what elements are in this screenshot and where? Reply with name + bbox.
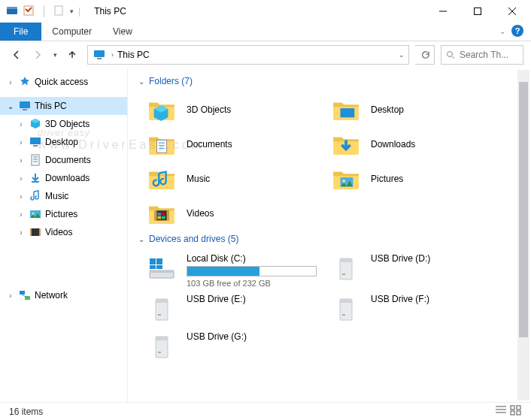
drive-local-disk-c-[interactable]: Local Disk (C:)103 GB free of 232 GB — [143, 250, 327, 291]
folder-videos[interactable]: Videos — [143, 196, 327, 231]
folder-3d-objects[interactable]: 3D Objects — [143, 92, 327, 127]
folder-documents[interactable]: Documents — [143, 127, 327, 162]
chevron-right-icon[interactable]: › — [17, 156, 26, 165]
chevron-down-icon[interactable]: ⌄ — [138, 77, 144, 86]
sidebar-item-pictures[interactable]: ›Pictures — [0, 205, 127, 223]
scrollbar-thumb[interactable] — [519, 82, 528, 337]
svg-rect-44 — [150, 270, 174, 273]
group-header-label: Folders (7) — [149, 76, 193, 86]
sidebar-label: This PC — [35, 101, 67, 111]
titlebar: ▾ | This PC — [0, 0, 531, 23]
svg-point-22 — [32, 213, 35, 215]
svg-rect-60 — [158, 352, 161, 353]
chevron-right-icon[interactable]: › — [17, 228, 26, 237]
recent-dropdown[interactable]: ▾ — [50, 46, 60, 64]
view-details-icon[interactable] — [495, 405, 507, 418]
folder-downloads[interactable]: Downloads — [327, 127, 511, 162]
sidebar-label: Downloads — [45, 173, 90, 183]
svg-rect-40 — [162, 213, 165, 216]
svg-rect-42 — [162, 216, 165, 219]
folder-label: Desktop — [371, 104, 404, 115]
folder-icon — [330, 128, 362, 160]
minimize-button[interactable] — [426, 0, 460, 23]
refresh-button[interactable] — [415, 45, 435, 65]
folder-label: Music — [187, 174, 210, 184]
qat-separator — [44, 5, 44, 17]
new-folder-icon[interactable] — [53, 5, 65, 19]
sidebar-label: Music — [45, 191, 68, 201]
drive-label: USB Drive (E:) — [187, 294, 317, 304]
chevron-right-icon[interactable]: › — [6, 292, 15, 300]
drive-label: USB Drive (D:) — [371, 253, 501, 264]
svg-rect-5 — [475, 8, 481, 15]
search-placeholder: Search Th... — [460, 50, 508, 60]
sidebar-item-documents[interactable]: ›Documents — [0, 151, 127, 169]
chevron-right-icon[interactable]: › — [17, 210, 26, 219]
folder-music[interactable]: Music — [143, 162, 327, 196]
view-icons-icon[interactable] — [510, 405, 522, 418]
folder-label: Videos — [187, 208, 214, 219]
back-button[interactable] — [8, 46, 26, 64]
qat-dropdown-icon[interactable]: ▾ — [70, 8, 74, 15]
sidebar-label: Documents — [45, 155, 91, 165]
folder-icon — [29, 135, 42, 149]
sidebar-item-3d-objects[interactable]: ›3D Objects — [0, 115, 127, 133]
drive-usb-drive-d-[interactable]: USB Drive (D:) — [327, 250, 511, 291]
address-bar[interactable]: › This PC ⌄ — [87, 45, 409, 65]
drive-icon — [146, 331, 178, 363]
folder-icon — [29, 153, 42, 167]
svg-rect-3 — [55, 6, 62, 15]
folder-icon — [29, 207, 42, 221]
folder-icon — [29, 117, 42, 131]
folder-desktop[interactable]: Desktop — [327, 92, 511, 127]
sidebar-item-music[interactable]: ›Music — [0, 187, 127, 205]
breadcrumb-this-pc[interactable]: This PC — [116, 50, 151, 60]
folder-icon — [29, 171, 42, 185]
drive-icon — [146, 294, 178, 325]
scrollbar[interactable] — [517, 70, 529, 400]
sidebar-item-network[interactable]: › Network — [0, 286, 127, 304]
svg-rect-39 — [157, 213, 161, 216]
properties-icon[interactable] — [23, 5, 35, 19]
chevron-right-icon[interactable]: › — [17, 174, 26, 183]
sidebar-item-desktop[interactable]: ›Desktop — [0, 133, 127, 151]
app-icon — [6, 5, 18, 19]
forward-button[interactable] — [29, 46, 47, 64]
chevron-down-icon[interactable]: ⌄ — [138, 235, 144, 243]
folder-pictures[interactable]: Pictures — [327, 162, 511, 196]
folder-icon — [29, 225, 42, 239]
tab-file[interactable]: File — [0, 23, 41, 41]
tab-computer[interactable]: Computer — [41, 23, 102, 41]
chevron-right-icon[interactable]: › — [109, 51, 116, 59]
sidebar-label: Pictures — [45, 209, 77, 219]
sidebar-item-downloads[interactable]: ›Downloads — [0, 169, 127, 187]
svg-rect-15 — [33, 145, 38, 147]
sidebar-item-videos[interactable]: ›Videos — [0, 223, 127, 241]
chevron-right-icon[interactable]: › — [17, 192, 26, 201]
sidebar-item-this-pc[interactable]: ⌄ This PC — [0, 97, 127, 115]
svg-rect-46 — [156, 258, 162, 264]
drive-usb-drive-e-[interactable]: USB Drive (E:) — [143, 291, 327, 328]
help-icon[interactable]: ? — [511, 25, 523, 37]
sidebar-item-quick-access[interactable]: › Quick access — [0, 73, 127, 91]
address-history-icon[interactable]: ⌄ — [396, 51, 407, 59]
svg-rect-1 — [7, 7, 17, 9]
up-button[interactable] — [63, 46, 81, 64]
close-button[interactable] — [495, 0, 529, 23]
chevron-right-icon[interactable]: › — [17, 138, 26, 147]
chevron-down-icon[interactable]: ⌄ — [6, 102, 15, 110]
chevron-right-icon[interactable]: › — [17, 120, 26, 128]
group-header-drives[interactable]: ⌄ Devices and drives (5) — [138, 234, 528, 244]
tab-view[interactable]: View — [102, 23, 143, 41]
ribbon-expand-icon[interactable]: ⌄ — [499, 27, 505, 35]
chevron-right-icon[interactable]: › — [6, 78, 15, 86]
svg-rect-24 — [30, 228, 32, 236]
search-input[interactable]: Search Th... — [441, 45, 523, 65]
drive-usb-drive-f-[interactable]: USB Drive (F:) — [327, 291, 511, 328]
svg-rect-38 — [167, 210, 169, 220]
group-header-folders[interactable]: ⌄ Folders (7) — [138, 76, 528, 86]
svg-rect-14 — [30, 137, 41, 144]
svg-rect-9 — [97, 58, 102, 59]
drive-usb-drive-g-[interactable]: USB Drive (G:) — [143, 328, 327, 366]
maximize-button[interactable] — [460, 0, 495, 23]
